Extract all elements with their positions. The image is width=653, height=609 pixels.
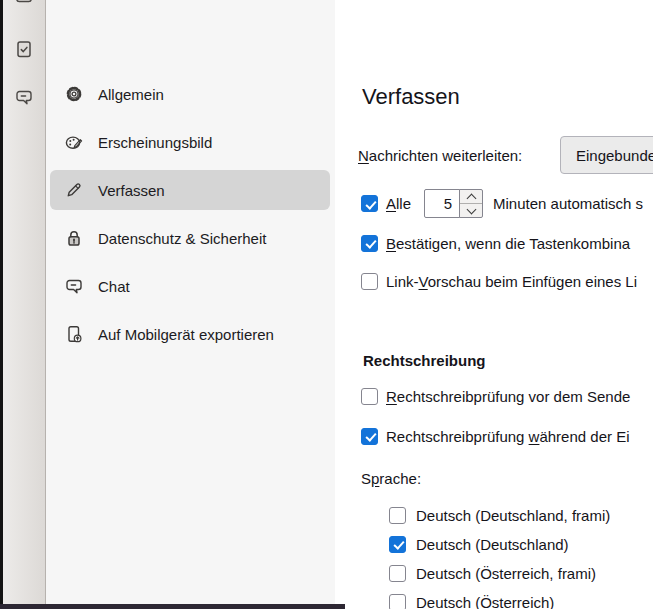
language-row: Deutsch (Deutschland, frami) [389,505,610,525]
settings-content-pane: Verfassen Nachrichten weiterleiten: Eing… [335,0,653,609]
forwarding-dropdown[interactable]: Eingebunde [560,136,653,174]
sidebar-item-datenschutz[interactable]: Datenschutz & Sicherheit [50,218,330,258]
spellcheck-while-typing-row: Rechtschreibprüfung während der Ei [361,426,630,446]
spellcheck-before-send-checkbox[interactable] [361,388,378,405]
sidebar-item-allgemein[interactable]: Allgemein [50,74,330,114]
link-preview-row: Link-Vorschau beim Einfügen eines Li [361,271,637,291]
settings-sidebar: Allgemein Erscheinungsbild Verfassen [46,0,335,609]
language-checkbox[interactable] [389,594,406,609]
spellcheck-while-typing-checkbox[interactable] [361,428,378,445]
tasks-icon[interactable] [14,39,34,59]
confirm-shortcut-row: Bestätigen, wenn die Tastenkombina [361,233,630,253]
confirm-shortcut-label: Bestätigen, wenn die Tastenkombina [386,235,630,252]
sidebar-item-erscheinungsbild[interactable]: Erscheinungsbild [50,122,330,162]
confirm-shortcut-checkbox[interactable] [361,235,378,252]
spelling-section-title: Rechtschreibung [363,352,486,369]
language-label-text: Deutsch (Österreich, frami) [416,565,596,582]
language-label: Sprache: [361,468,421,488]
link-preview-checkbox[interactable] [361,273,378,290]
sidebar-item-label: Allgemein [98,86,164,103]
sidebar-item-label: Datenschutz & Sicherheit [98,230,266,247]
autosave-minutes-input[interactable]: 5 [424,189,460,218]
spaces-toolbar [3,0,46,609]
language-label-text: Deutsch (Deutschland, frami) [416,507,610,524]
stepper-down-icon[interactable] [460,204,482,217]
forwarding-dropdown-value: Eingebunde [576,147,653,164]
background-window-bar [0,604,345,609]
sidebar-item-chat[interactable]: Chat [50,266,330,306]
language-row: Deutsch (Österreich) [389,592,554,609]
spellcheck-before-send-label: Rechtschreibprüfung vor dem Sende [386,388,630,405]
autosave-label: Alle [386,195,411,212]
lock-icon [64,228,84,248]
gear-icon [64,84,84,104]
chat-icon[interactable] [14,87,34,107]
autosave-minutes-stepper[interactable] [459,189,483,218]
pencil-icon [64,180,84,200]
language-row: Deutsch (Deutschland) [389,534,569,554]
palette-icon [64,132,84,152]
chat-bubbles-icon [64,276,84,296]
spellcheck-before-send-row: Rechtschreibprüfung vor dem Sende [361,386,630,406]
link-preview-label: Link-Vorschau beim Einfügen eines Li [386,273,637,290]
mobile-export-icon [64,324,84,344]
autosave-suffix: Minuten automatisch s [493,195,643,212]
autosave-checkbox[interactable] [361,195,378,212]
forwarding-label: Nachrichten weiterleiten: [358,146,522,164]
language-checkbox[interactable] [389,565,406,582]
stepper-up-icon[interactable] [460,190,482,204]
page-title: Verfassen [362,84,460,110]
language-checkbox[interactable] [389,507,406,524]
sidebar-item-verfassen[interactable]: Verfassen [50,170,330,210]
language-label-text: Deutsch (Deutschland) [416,536,569,553]
autosave-row: Alle 5 Minuten automatisch s [361,188,643,219]
sidebar-item-mobil-export[interactable]: Auf Mobilgerät exportieren [50,314,330,354]
sidebar-item-label: Chat [98,278,130,295]
spellcheck-while-typing-label: Rechtschreibprüfung während der Ei [386,428,630,445]
language-label-text: Deutsch (Österreich) [416,594,554,609]
sidebar-item-label: Erscheinungsbild [98,134,212,151]
sidebar-item-label: Verfassen [98,182,165,199]
language-row: Deutsch (Österreich, frami) [389,563,596,583]
sidebar-item-label: Auf Mobilgerät exportieren [98,326,274,343]
calendar-icon[interactable] [14,0,34,11]
language-checkbox[interactable] [389,536,406,553]
